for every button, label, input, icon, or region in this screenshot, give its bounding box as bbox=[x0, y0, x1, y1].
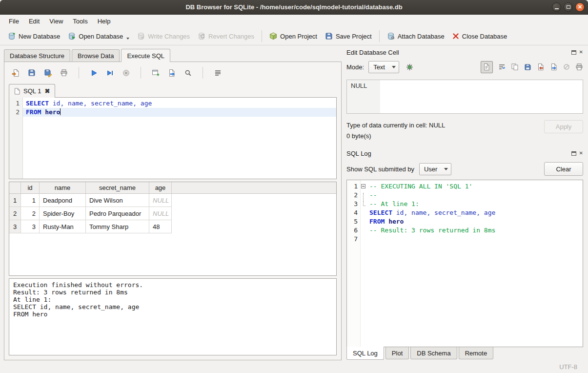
save-cell-icon[interactable] bbox=[524, 63, 531, 71]
tab-db-schema[interactable]: DB Schema bbox=[410, 347, 457, 359]
text-view-icon[interactable] bbox=[481, 61, 493, 73]
project-open-icon bbox=[269, 32, 277, 40]
save-sql-file-icon[interactable] bbox=[27, 68, 37, 78]
cell-age-null[interactable]: NULL bbox=[149, 207, 172, 220]
cell-size-info: 0 byte(s) bbox=[346, 131, 544, 142]
sql-editor[interactable]: 1 2 SELECT id, name, secret_name, age FR… bbox=[9, 97, 337, 179]
cell-name[interactable]: Rusty-Man bbox=[40, 220, 86, 233]
export-cell-icon[interactable] bbox=[550, 63, 558, 71]
tab-execute-sql[interactable]: Execute SQL bbox=[121, 49, 170, 62]
table-row[interactable]: 2 2 Spider-Boy Pedro Parqueador NULL bbox=[9, 207, 336, 220]
editor-code-area[interactable]: SELECT id, name, secret_name, age FROM h… bbox=[23, 98, 336, 179]
results-grid[interactable]: id name secret_name age 1 1 Deadpond Div… bbox=[9, 182, 337, 276]
import-cell-icon[interactable] bbox=[537, 63, 545, 71]
clear-log-button[interactable]: Clear bbox=[544, 162, 583, 176]
menu-item-view[interactable]: View bbox=[44, 16, 68, 27]
new-sql-tab-icon[interactable] bbox=[151, 68, 161, 78]
cell-info-row: Type of data currently in cell: NULL 0 b… bbox=[346, 120, 583, 142]
open-project-button[interactable]: Open Project bbox=[265, 30, 321, 42]
sql-identifiers: id, name, secret_name, age bbox=[392, 209, 495, 216]
sql-log-view[interactable]: 12 34 56 7 -- EXECUTING ALL IN 'SQL 1' -… bbox=[346, 180, 583, 347]
toolbar-separator bbox=[79, 67, 79, 79]
close-panel-icon[interactable]: ✕ bbox=[579, 151, 583, 156]
column-header-name[interactable]: name bbox=[40, 182, 86, 194]
write-changes-button[interactable]: Write Changes bbox=[133, 30, 194, 42]
mode-select-value: Text bbox=[373, 63, 385, 71]
column-header-secret-name[interactable]: secret_name bbox=[86, 182, 149, 194]
open-database-button[interactable]: Open Database bbox=[64, 30, 133, 42]
log-fold-column[interactable] bbox=[361, 180, 368, 347]
close-panel-icon[interactable]: ✕ bbox=[579, 50, 583, 55]
line-number: 2 bbox=[9, 108, 20, 117]
close-window-button[interactable]: ✕ bbox=[575, 2, 585, 12]
editor-line-numbers: 1 2 bbox=[9, 98, 23, 179]
tab-browse-data[interactable]: Browse Data bbox=[72, 49, 120, 62]
left-panel: Database Structure Browse Data Execute S… bbox=[0, 45, 344, 360]
cell-secret-name[interactable]: Dive Wilson bbox=[86, 194, 149, 207]
sql-identifiers: id, name, secret_name, age bbox=[49, 100, 152, 107]
cell-age-null[interactable]: NULL bbox=[149, 194, 172, 207]
sql-keyword: SELECT bbox=[26, 100, 49, 107]
apply-button[interactable]: Apply bbox=[544, 120, 583, 133]
encoding-indicator[interactable]: UTF-8 bbox=[559, 363, 577, 371]
sql-log-filter-select[interactable]: User bbox=[419, 163, 451, 175]
mode-select[interactable]: Text bbox=[368, 61, 399, 73]
close-database-button[interactable]: Close Database bbox=[448, 30, 511, 42]
format-sql-icon[interactable] bbox=[213, 68, 223, 78]
sql-tab-close-icon[interactable]: ✖ bbox=[44, 88, 50, 94]
tab-plot[interactable]: Plot bbox=[385, 347, 409, 359]
bottom-tab-bar: SQL Log Plot DB Schema Remote bbox=[346, 347, 583, 360]
save-project-label: Save Project bbox=[336, 33, 372, 40]
word-wrap-icon[interactable] bbox=[498, 63, 506, 71]
save-project-button[interactable]: Save Project bbox=[321, 30, 376, 42]
execute-all-icon[interactable] bbox=[89, 68, 99, 78]
new-database-button[interactable]: New Database bbox=[4, 30, 64, 42]
column-header-age[interactable]: age bbox=[149, 182, 172, 194]
main-tab-bar: Database Structure Browse Data Execute S… bbox=[4, 48, 342, 62]
cell-name[interactable]: Deadpond bbox=[40, 194, 86, 207]
cell-settings-icon[interactable] bbox=[404, 61, 416, 73]
minimize-button[interactable] bbox=[552, 2, 561, 12]
tab-database-structure[interactable]: Database Structure bbox=[4, 49, 70, 62]
copy-cell-icon[interactable] bbox=[511, 63, 519, 71]
mode-label: Mode: bbox=[346, 63, 364, 71]
cell-secret-name[interactable]: Pedro Parqueador bbox=[86, 207, 149, 220]
menu-item-edit[interactable]: Edit bbox=[24, 16, 44, 27]
cell-id[interactable]: 1 bbox=[21, 194, 40, 207]
cell-age[interactable]: 48 bbox=[149, 220, 172, 233]
float-panel-icon[interactable] bbox=[571, 151, 576, 156]
find-replace-icon[interactable] bbox=[183, 68, 193, 78]
tab-sql-log[interactable]: SQL Log bbox=[346, 347, 384, 360]
cell-name[interactable]: Spider-Boy bbox=[40, 207, 86, 220]
row-number: 1 bbox=[9, 194, 21, 207]
column-header-id[interactable]: id bbox=[21, 182, 40, 194]
attach-database-button[interactable]: Attach Database bbox=[383, 30, 448, 42]
fold-collapse-icon[interactable] bbox=[361, 184, 365, 188]
table-row[interactable]: 3 3 Rusty-Man Tommy Sharp 48 bbox=[9, 220, 336, 233]
cell-type-info: Type of data currently in cell: NULL bbox=[346, 120, 544, 131]
cell-editor[interactable]: NULL bbox=[346, 80, 583, 114]
sql-tab-1[interactable]: SQL 1 ✖ bbox=[9, 84, 55, 98]
menu-item-tools[interactable]: Tools bbox=[68, 16, 92, 27]
app-window: DB Browser for SQLite - /home/user/code/… bbox=[0, 0, 588, 373]
cell-id[interactable]: 3 bbox=[21, 220, 40, 233]
float-panel-icon[interactable] bbox=[571, 50, 576, 55]
titlebar[interactable]: DB Browser for SQLite - /home/user/code/… bbox=[0, 0, 588, 15]
cell-id[interactable]: 2 bbox=[21, 207, 40, 220]
export-sql-icon[interactable] bbox=[167, 68, 177, 78]
maximize-button[interactable] bbox=[564, 2, 573, 12]
table-row[interactable]: 1 1 Deadpond Dive Wilson NULL bbox=[9, 194, 336, 207]
menu-item-file[interactable]: File bbox=[4, 16, 24, 27]
menu-item-help[interactable]: Help bbox=[93, 16, 116, 27]
print-sql-icon[interactable] bbox=[59, 68, 69, 78]
save-sql-as-icon[interactable] bbox=[43, 68, 53, 78]
cell-secret-name[interactable]: Tommy Sharp bbox=[86, 220, 149, 233]
print-cell-icon[interactable] bbox=[575, 63, 583, 71]
minimize-icon bbox=[555, 8, 559, 9]
open-sql-file-icon[interactable] bbox=[11, 68, 20, 78]
open-database-dropdown-arrow[interactable] bbox=[126, 38, 129, 40]
revert-changes-button[interactable]: Revert Changes bbox=[194, 30, 258, 42]
execute-current-line-icon[interactable] bbox=[105, 68, 115, 78]
tab-remote[interactable]: Remote bbox=[459, 347, 494, 359]
attach-database-label: Attach Database bbox=[398, 33, 445, 40]
